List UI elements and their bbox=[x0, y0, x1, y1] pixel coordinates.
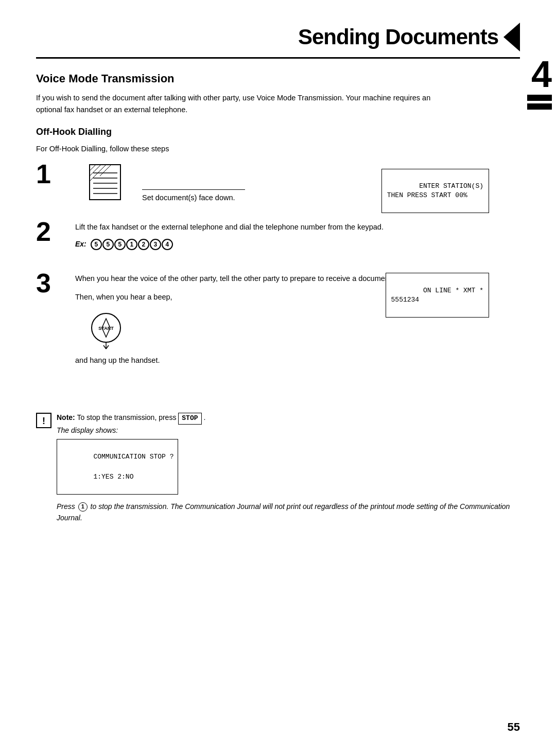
comm-display-line2: 1:YES 2:NO bbox=[93, 473, 133, 481]
step-1-number: 1 bbox=[36, 161, 67, 187]
page-title: Sending Documents bbox=[298, 21, 520, 53]
chapter-number: 4 bbox=[531, 56, 552, 93]
svg-line-8 bbox=[90, 165, 101, 176]
digit-1: 1 bbox=[126, 239, 137, 250]
digit-5c: 5 bbox=[114, 239, 126, 250]
ex-label: Ex: bbox=[75, 240, 86, 248]
header-section: Sending Documents bbox=[36, 21, 520, 59]
page-number: 55 bbox=[508, 718, 520, 735]
comm-display-box: COMMUNICATION STOP ? 1:YES 2:NO bbox=[57, 439, 178, 495]
step-3-display-text: ON LINE * XMT * 5551234 bbox=[391, 287, 483, 304]
note-circle-1: 1 bbox=[78, 502, 88, 512]
digit-3: 3 bbox=[150, 239, 161, 250]
note-italic-text2: to stop the transmission. The Communicat… bbox=[57, 502, 510, 522]
step-1-text-area: Set document(s) face down. bbox=[142, 164, 245, 204]
step-3-display-box: ON LINE * XMT * 5551234 bbox=[386, 273, 489, 318]
comm-display-line1: COMMUNICATION STOP ? bbox=[93, 453, 173, 461]
start-button-icon: START bbox=[85, 310, 127, 351]
digit-4: 4 bbox=[162, 239, 173, 250]
steps-container: 1 bbox=[36, 164, 520, 371]
subsection-title: Off-Hook Dialling bbox=[36, 125, 520, 139]
digit-5b: 5 bbox=[102, 239, 114, 250]
note-content: Note: To stop the transmission, press ST… bbox=[57, 412, 520, 523]
section-intro: If you wish to send the document after t… bbox=[36, 92, 458, 116]
title-arrow-icon bbox=[503, 23, 520, 51]
document-icon bbox=[85, 164, 132, 201]
step-2-row: 2 Lift the fax handset or the external t… bbox=[36, 221, 520, 255]
note-text1: To stop the transmission, press bbox=[77, 413, 176, 421]
display-shows-label: The display shows: bbox=[57, 426, 118, 434]
note-italic-text: Press 1 to stop the transmission. The Co… bbox=[57, 501, 520, 524]
step-3-row: 3 When you hear the voice of the other p… bbox=[36, 273, 520, 371]
page-container: Sending Documents 4 Voice Mode Transmiss… bbox=[0, 0, 556, 756]
step-2-ex: Ex: 5551234 bbox=[75, 238, 520, 251]
step-2-number: 2 bbox=[36, 218, 67, 245]
step-3-text3: and hang up the handset. bbox=[75, 355, 520, 366]
svg-rect-0 bbox=[90, 165, 120, 200]
digit-5a: 5 bbox=[91, 239, 102, 250]
chapter-bar-2 bbox=[527, 103, 552, 110]
step-1-row: 1 bbox=[36, 164, 520, 205]
digit-2: 2 bbox=[138, 239, 149, 250]
note-italic-press: Press bbox=[57, 502, 75, 511]
step-1-display-box: ENTER STATION(S) THEN PRESS START 00% bbox=[381, 169, 489, 214]
step-2-text: Lift the fax handset or the external tel… bbox=[75, 221, 520, 233]
step-2-content: Lift the fax handset or the external tel… bbox=[75, 221, 520, 255]
ex-digits: 5551234 bbox=[91, 240, 173, 248]
subsection-intro: For Off-Hook Dialling, follow these step… bbox=[36, 143, 458, 155]
step-1-text: Set document(s) face down. bbox=[142, 194, 235, 202]
svg-text:START: START bbox=[98, 326, 114, 331]
svg-line-7 bbox=[90, 165, 96, 171]
section-title: Voice Mode Transmission bbox=[36, 70, 520, 87]
chapter-bars bbox=[527, 95, 552, 110]
step-1-display-text: ENTER STATION(S) THEN PRESS START 00% bbox=[387, 182, 483, 199]
chapter-block: 4 bbox=[527, 56, 556, 110]
svg-line-10 bbox=[100, 165, 111, 176]
step-3-number: 3 bbox=[36, 270, 67, 296]
note-section: ! Note: To stop the transmission, press … bbox=[36, 412, 520, 523]
chapter-bar-1 bbox=[527, 95, 552, 101]
note-label: Note: bbox=[57, 413, 75, 421]
note-text2: . bbox=[203, 413, 205, 421]
stop-button-label: STOP bbox=[178, 413, 201, 425]
note-icon: ! bbox=[36, 413, 51, 428]
title-text: Sending Documents bbox=[298, 21, 498, 53]
